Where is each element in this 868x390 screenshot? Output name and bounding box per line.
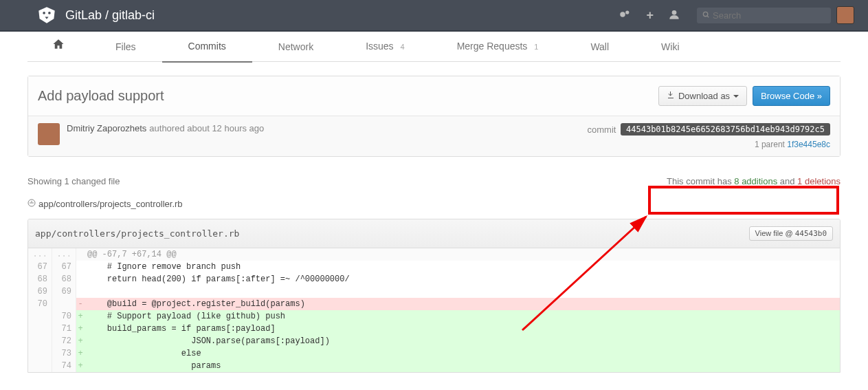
nav-wiki[interactable]: Wiki [635, 32, 705, 62]
parent-line: 1 parent 1f3e445e8c [588, 140, 831, 149]
diff-sign: - [76, 298, 85, 310]
diff-sign: + [76, 323, 85, 335]
download-as-button[interactable]: Download as [658, 86, 747, 106]
line-number-new: 71 [52, 323, 76, 335]
commit-title: Add payload support [38, 88, 658, 104]
sha-label: commit [588, 124, 616, 135]
authored-text: authored about 12 hours ago [149, 123, 264, 133]
svg-rect-11 [32, 201, 32, 203]
nav-files[interactable]: Files [89, 32, 162, 62]
view-file-button[interactable]: View file @ 44543b0 [749, 226, 833, 241]
file-path-link[interactable]: app/controllers/projects_controller.rb [38, 199, 183, 209]
author-name[interactable]: Dmitriy Zaporozhets [67, 123, 146, 133]
line-number-old [28, 323, 52, 335]
commit-sha-block: commit 44543b01b8245e6652683756bd14eb943… [588, 123, 831, 149]
diff-line: 6868 return head(200) if params[:after] … [28, 273, 840, 285]
line-number-new: 68 [52, 273, 76, 285]
nav-merge-requests[interactable]: Merge Requests 1 [431, 31, 565, 62]
line-number-old: 68 [28, 273, 52, 285]
nav-home[interactable] [27, 32, 89, 62]
commit-sha[interactable]: 44543b01b8245e6652683756bd14eb943d9792c5 [621, 123, 830, 136]
nav-issues-count: 4 [401, 43, 405, 51]
svg-point-5 [626, 10, 630, 14]
line-number-new: 67 [52, 261, 76, 273]
diff-file-header: app/controllers/projects_controller.rb V… [28, 219, 840, 248]
diff-sign: + [76, 360, 85, 372]
view-file-sha: 44543b0 [795, 229, 827, 238]
nav-wall[interactable]: Wall [564, 32, 635, 62]
author-info: Dmitriy Zaporozhets authored about 12 ho… [67, 123, 588, 133]
diff-file-path: app/controllers/projects_controller.rb [35, 228, 749, 239]
gitlab-logo-icon[interactable] [38, 6, 56, 24]
svg-point-7 [703, 12, 707, 16]
top-header: GitLab / gitlab-ci + [0, 0, 868, 32]
nav-issues[interactable]: Issues 4 [340, 31, 430, 62]
svg-rect-10 [30, 203, 34, 204]
line-number-new: ... [52, 248, 76, 261]
nav-network[interactable]: Network [252, 32, 340, 62]
diff-line: 73+ else [28, 347, 840, 360]
user-avatar[interactable] [836, 6, 854, 24]
diff-line: ......@@ -67,7 +67,14 @@ [28, 248, 840, 261]
line-number-new: 74 [52, 360, 76, 372]
diff-body: ......@@ -67,7 +67,14 @@6767 # Ignore re… [28, 248, 840, 372]
diff-line: 70+ # Support payload (like github) push [28, 310, 840, 323]
line-number-old: 70 [28, 298, 52, 310]
parent-prefix: 1 parent [755, 140, 787, 149]
diff-sign [76, 261, 85, 273]
search-box[interactable] [697, 8, 831, 23]
line-number-new: 72 [52, 335, 76, 347]
new-plus-icon[interactable]: + [646, 8, 654, 23]
commit-meta-row: Dmitriy Zaporozhets authored about 12 ho… [28, 116, 840, 156]
diff-line: 6969 [28, 285, 840, 298]
diff-line: 6767 # Ignore remove branch push [28, 261, 840, 273]
line-number-old: 69 [28, 285, 52, 298]
svg-point-4 [621, 12, 626, 17]
commit-title-row: Add payload support Download as Browse C… [28, 76, 840, 116]
search-icon [702, 11, 710, 20]
additions-count: 8 additions [734, 176, 777, 186]
diff-sign [76, 248, 85, 261]
line-number-new: 73 [52, 347, 76, 360]
caret-down-icon [733, 95, 739, 98]
line-number-new: 69 [52, 285, 76, 298]
diff-code: @@ -67,7 +67,14 @@ [85, 248, 840, 261]
diff-stats-row: Showing 1 changed file This commit has 8… [27, 176, 841, 186]
svg-marker-0 [38, 7, 54, 23]
nav-commits[interactable]: Commits [162, 31, 252, 63]
diff-summary: This commit has 8 additions and 1 deleti… [667, 176, 841, 186]
download-icon [667, 91, 675, 101]
download-label: Download as [678, 91, 730, 101]
diff-line: 74+ params [28, 360, 840, 372]
user-profile-icon[interactable] [669, 9, 680, 22]
svg-point-2 [48, 12, 51, 14]
author-avatar[interactable] [38, 123, 60, 145]
line-number-old: 67 [28, 261, 52, 273]
browse-code-label: Browse Code » [761, 91, 822, 101]
diff-code: build_params = if params[:payload] [85, 323, 840, 335]
search-input[interactable] [713, 10, 828, 21]
diff-sign: + [76, 310, 85, 323]
browse-code-button[interactable]: Browse Code » [753, 86, 830, 106]
diff-code [85, 285, 840, 298]
diff-line: 70- @build = @project.register_build(par… [28, 298, 840, 310]
line-number-old [28, 310, 52, 323]
svg-point-1 [43, 12, 45, 14]
admin-gears-icon[interactable] [619, 10, 631, 21]
home-icon [52, 41, 65, 52]
diff-code: # Support payload (like github) push [85, 310, 840, 323]
line-number-old: ... [28, 248, 52, 261]
line-number-new [52, 298, 76, 310]
parent-sha-link[interactable]: 1f3e445e8c [787, 140, 830, 149]
nav-mr-label: Merge Requests [457, 41, 528, 52]
project-nav: Files Commits Network Issues 4 Merge Req… [27, 32, 841, 62]
diff-code: params [85, 360, 840, 372]
nav-issues-label: Issues [366, 41, 393, 52]
project-path[interactable]: GitLab / gitlab-ci [65, 8, 619, 23]
file-link-row: app/controllers/projects_controller.rb [27, 199, 841, 209]
diff-code: JSON.parse(params[:payload]) [85, 335, 840, 347]
diff-sign: + [76, 335, 85, 347]
diff-panel: app/controllers/projects_controller.rb V… [27, 219, 841, 373]
diff-code: else [85, 347, 840, 360]
diff-line: 71+ build_params = if params[:payload] [28, 323, 840, 335]
